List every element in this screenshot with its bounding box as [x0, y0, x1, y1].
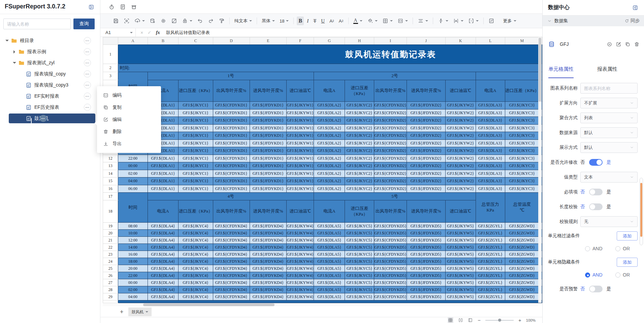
search-button[interactable]: 查询 — [73, 19, 95, 29]
data-cell[interactable]: GFJ.${CFDYKD1} — [213, 117, 250, 125]
data-cell[interactable]: GFJ.${JKYC1} — [178, 102, 213, 109]
toolbar-button[interactable]: I — [305, 17, 310, 25]
data-cell[interactable]: GFJ.${JKYC3} — [505, 102, 539, 109]
more-actions-button[interactable]: ••• — [84, 37, 91, 44]
column-view-icon[interactable] — [458, 318, 463, 323]
data-cell[interactable]: GFJ.${DLA5} — [314, 293, 345, 300]
data-cell[interactable]: GFJ.${CFDYKD2} — [374, 162, 407, 170]
column-letter[interactable]: K — [445, 37, 476, 45]
data-cell[interactable]: GFJ.${JKYC4} — [178, 223, 213, 230]
data-cell[interactable]: GFJ.${JKYW5} — [445, 286, 476, 293]
time-cell[interactable]: 12:00 — [118, 237, 148, 244]
data-cell[interactable]: GFJ.${ZGWD} — [505, 237, 539, 244]
data-cell[interactable]: GFJ.${JFDYKD5} — [407, 223, 446, 230]
data-cell[interactable]: GFJ.${JKYW5} — [445, 293, 476, 300]
measure-header-cell[interactable]: 出风导叶开度% — [374, 80, 407, 102]
column-letter[interactable]: E — [250, 37, 287, 45]
data-cell[interactable]: GFJ.${JKYC2} — [345, 124, 374, 132]
time-cell[interactable]: 08:00 — [118, 223, 148, 230]
more-actions-button[interactable]: ••• — [40, 115, 47, 122]
data-cell[interactable]: GFJ.${DLA1} — [148, 155, 179, 162]
data-cell[interactable]: GFJ.${DLA2} — [314, 102, 345, 109]
panel-collapse-button[interactable] — [631, 3, 640, 12]
time-cell[interactable]: 04:00 — [118, 293, 148, 300]
select-4[interactable]: 默认 — [580, 142, 638, 153]
column-letter[interactable]: D — [213, 37, 250, 45]
sidebar-item-folder[interactable]: 报表示例••• — [0, 46, 100, 57]
data-cell[interactable]: GFJ.${JFDYKD5} — [407, 279, 446, 286]
data-cell[interactable]: GFJ.${JKYW1} — [287, 162, 314, 170]
data-cell[interactable]: GFJ.${CFDYKD5} — [374, 251, 407, 258]
data-cell[interactable]: GFJ.${ZGWD} — [505, 244, 539, 251]
sidebar-item-folder[interactable]: 报表测试_zyl••• — [0, 57, 100, 68]
data-cell[interactable]: GFJ.${JFDYKD2} — [407, 132, 446, 140]
data-cell[interactable]: GFJ.${CFDYKD2} — [374, 132, 407, 140]
add-sheet-button[interactable]: + — [120, 309, 124, 316]
data-cell[interactable]: GFJ.${JKYC4} — [178, 272, 213, 279]
toolbar-settings-button[interactable] — [159, 17, 168, 25]
data-cell[interactable]: GFJ.${JKYC1} — [178, 177, 213, 185]
data-cell[interactable]: GFJ.${JKYW2} — [445, 139, 476, 147]
data-cell[interactable]: GFJ.${CFDYKD4} — [213, 223, 250, 230]
data-cell[interactable]: GFJ.${JFDYKD4} — [250, 244, 287, 251]
more-actions-button[interactable]: ••• — [84, 93, 91, 100]
column-letter[interactable]: C — [178, 37, 213, 45]
data-cell[interactable]: GFJ.${ZGYL} — [476, 293, 505, 300]
data-cell[interactable]: GFJ.${JKYW5} — [445, 237, 476, 244]
data-cell[interactable]: GFJ.${JKYW1} — [287, 139, 314, 147]
data-cell[interactable]: GFJ.${DLA2} — [314, 124, 345, 132]
group-header-cell[interactable] — [476, 72, 542, 80]
row-number[interactable]: 24 — [103, 258, 118, 265]
data-cell[interactable]: GFJ.${JKYW4} — [287, 244, 314, 251]
data-cell[interactable]: GFJ.${JKYC2} — [345, 177, 374, 185]
duplicate-icon[interactable] — [625, 41, 631, 47]
data-cell[interactable]: GFJ.${JFDYKD4} — [250, 265, 287, 272]
data-cell[interactable]: GFJ.${ZGWD} — [505, 293, 539, 300]
archive-icon[interactable] — [131, 4, 137, 10]
data-cell[interactable]: GFJ.${JKYW5} — [445, 272, 476, 279]
data-cell[interactable]: GFJ.${JKYC4} — [178, 258, 213, 265]
data-cell[interactable]: GFJ.${JFDYKD2} — [407, 170, 446, 177]
time-label-cell[interactable]: 时间: — [118, 64, 542, 72]
data-cell[interactable]: GFJ.${JKYC3} — [505, 147, 539, 155]
data-cell[interactable]: GFJ.${CFDYKD1} — [213, 162, 250, 170]
data-cell[interactable]: GFJ.${ZGWD} — [505, 258, 539, 265]
data-cell[interactable]: GFJ.${JKYC3} — [505, 117, 539, 125]
data-cell[interactable]: GFJ.${JFDYKD5} — [407, 237, 446, 244]
more-actions-button[interactable]: ••• — [84, 104, 91, 111]
data-cell[interactable]: GFJ.${JFDYKD1} — [250, 109, 287, 117]
group-header-cell[interactable]: 2号 — [314, 72, 476, 80]
sidebar-item-file[interactable]: EF实时报表••• — [0, 91, 100, 102]
data-cell[interactable]: GFJ.${DLA2} — [314, 177, 345, 185]
toolbar-no-border-button[interactable] — [169, 17, 179, 25]
data-cell[interactable]: GFJ.${JKYC3} — [505, 155, 539, 162]
row-number[interactable]: 14 — [103, 170, 118, 177]
data-cell[interactable]: GFJ.${JKYC3} — [505, 124, 539, 132]
data-cell[interactable]: GFJ.${JKYC2} — [345, 102, 374, 109]
column-letter[interactable]: F — [287, 37, 314, 45]
time-cell[interactable]: 00:00 — [118, 162, 148, 170]
data-cell[interactable]: GFJ.${JKYC5} — [345, 293, 374, 300]
data-cell[interactable]: GFJ.${CFDYKD4} — [213, 279, 250, 286]
data-cell[interactable]: GFJ.${JKYW5} — [445, 223, 476, 230]
search-input[interactable] — [3, 19, 71, 29]
data-cell[interactable]: GFJ.${JFDYKD5} — [407, 272, 446, 279]
data-cell[interactable]: GFJ.${JFDYKD5} — [407, 244, 446, 251]
column-letter[interactable]: B — [148, 37, 179, 45]
data-cell[interactable]: GFJ.${DLA2} — [314, 117, 345, 125]
data-cell[interactable]: GFJ.${CFDYKD5} — [374, 265, 407, 272]
data-cell[interactable]: GFJ.${CFDYKD5} — [374, 286, 407, 293]
data-cell[interactable]: GFJ.${JFDYKD1} — [250, 170, 287, 177]
radio-and[interactable] — [585, 246, 590, 251]
row-number[interactable]: 29 — [103, 293, 118, 300]
data-cell[interactable]: GFJ.${JKYC4} — [178, 244, 213, 251]
data-cell[interactable]: GFJ.${JKYC3} — [505, 185, 539, 193]
vertical-scrollbar[interactable] — [538, 37, 542, 303]
data-cell[interactable]: GFJ.${JKYW4} — [287, 286, 314, 293]
toolbar-lock-button[interactable] — [180, 17, 194, 25]
data-cell[interactable]: GFJ.${JFDYKD4} — [250, 237, 287, 244]
data-cell[interactable]: GFJ.${DLA2} — [314, 185, 345, 193]
row-number[interactable]: 3 — [103, 72, 118, 80]
data-cell[interactable]: GFJ.${CFDYKD2} — [374, 102, 407, 109]
row-number[interactable]: 20 — [103, 230, 118, 237]
